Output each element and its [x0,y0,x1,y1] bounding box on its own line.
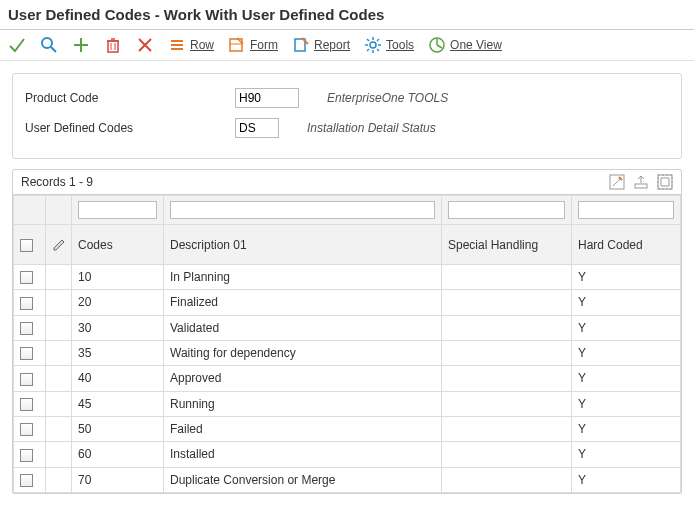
product-code-desc: EnterpriseOne TOOLS [327,91,448,105]
svg-line-25 [367,49,369,51]
header-row: Codes Description 01 Special Handling Ha… [14,225,681,265]
cell-desc: Approved [164,366,442,391]
report-menu[interactable]: Report [292,36,350,54]
svg-point-18 [370,42,376,48]
cell-special [442,290,572,315]
oneview-label: One View [450,38,502,52]
cell-code: 50 [72,416,164,441]
cell-code: 40 [72,366,164,391]
svg-rect-30 [658,175,672,189]
close-button[interactable] [136,36,154,54]
table-row[interactable]: 40ApprovedY [14,366,681,391]
cell-desc: Duplicate Conversion or Merge [164,467,442,492]
cell-desc: Validated [164,315,442,340]
cell-special [442,340,572,365]
svg-rect-31 [658,175,672,189]
tools-menu[interactable]: Tools [364,36,414,54]
tools-label: Tools [386,38,414,52]
row-menu[interactable]: Row [168,36,214,54]
cell-desc: Finalized [164,290,442,315]
svg-rect-29 [635,184,647,188]
oneview-menu[interactable]: One View [428,36,502,54]
cell-hard: Y [572,340,681,365]
cell-hard: Y [572,442,681,467]
row-checkbox[interactable] [20,373,33,386]
cell-desc: Waiting for dependency [164,340,442,365]
table-row[interactable]: 35Waiting for dependencyY [14,340,681,365]
toolbar: Row Form Report Tools One View [0,30,694,61]
col-hard[interactable]: Hard Coded [572,225,681,265]
table-row[interactable]: 50FailedY [14,416,681,441]
cell-hard: Y [572,265,681,290]
ok-button[interactable] [8,36,26,54]
cell-code: 30 [72,315,164,340]
filter-special[interactable] [448,201,565,219]
table-row[interactable]: 60InstalledY [14,442,681,467]
find-button[interactable] [40,36,58,54]
filter-row [14,196,681,225]
row-checkbox[interactable] [20,449,33,462]
export-icon[interactable] [633,174,649,190]
cell-special [442,315,572,340]
select-all-checkbox[interactable] [20,239,33,252]
cell-hard: Y [572,467,681,492]
cell-hard: Y [572,391,681,416]
cell-desc: Installed [164,442,442,467]
form-menu[interactable]: Form [228,36,278,54]
cell-desc: Running [164,391,442,416]
filter-codes[interactable] [78,201,157,219]
cell-special [442,366,572,391]
data-grid: Codes Description 01 Special Handling Ha… [13,195,681,493]
svg-line-24 [377,49,379,51]
col-codes[interactable]: Codes [72,225,164,265]
svg-point-0 [42,38,52,48]
cell-code: 45 [72,391,164,416]
row-checkbox[interactable] [20,474,33,487]
udc-label: User Defined Codes [25,121,235,135]
add-button[interactable] [72,36,90,54]
delete-button[interactable] [104,36,122,54]
cell-code: 70 [72,467,164,492]
maximize-icon[interactable] [657,174,673,190]
customize-grid-icon[interactable] [609,174,625,190]
table-row[interactable]: 30ValidatedY [14,315,681,340]
row-checkbox[interactable] [20,347,33,360]
col-special[interactable]: Special Handling [442,225,572,265]
product-code-label: Product Code [25,91,235,105]
table-row[interactable]: 10In PlanningY [14,265,681,290]
cell-special [442,442,572,467]
row-checkbox[interactable] [20,398,33,411]
table-row[interactable]: 20FinalizedY [14,290,681,315]
report-icon [292,36,310,54]
filter-desc[interactable] [170,201,435,219]
report-label: Report [314,38,350,52]
x-icon [136,36,154,54]
udc-desc: Installation Detail Status [307,121,436,135]
search-icon [40,36,58,54]
page-title: User Defined Codes - Work With User Defi… [0,0,694,30]
filter-hard[interactable] [578,201,674,219]
cell-hard: Y [572,416,681,441]
udc-input[interactable] [235,118,279,138]
col-description[interactable]: Description 01 [164,225,442,265]
table-row[interactable]: 70Duplicate Conversion or MergeY [14,467,681,492]
svg-line-23 [367,39,369,41]
row-checkbox[interactable] [20,297,33,310]
edit-column-icon[interactable] [52,238,65,252]
svg-line-26 [377,39,379,41]
table-row[interactable]: 45RunningY [14,391,681,416]
cell-special [442,416,572,441]
gear-icon [364,36,382,54]
grid-panel: Records 1 - 9 [12,169,682,494]
check-icon [8,36,26,54]
form-icon [228,36,246,54]
row-checkbox[interactable] [20,322,33,335]
row-checkbox[interactable] [20,271,33,284]
cell-code: 20 [72,290,164,315]
product-code-input[interactable] [235,88,299,108]
filter-panel: Product Code EnterpriseOne TOOLS User De… [12,73,682,159]
cell-code: 10 [72,265,164,290]
row-icon [168,36,186,54]
cell-code: 35 [72,340,164,365]
row-checkbox[interactable] [20,423,33,436]
